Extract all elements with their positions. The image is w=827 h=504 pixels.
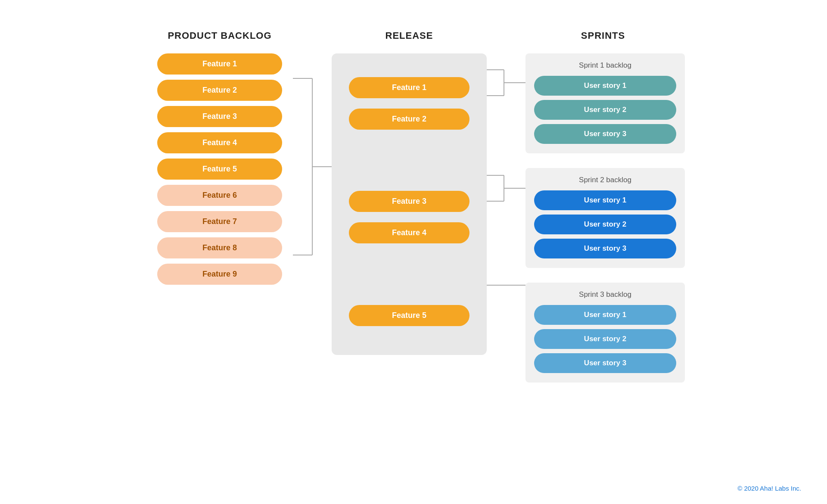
release-feature-pill: Feature 2 xyxy=(349,109,469,130)
sprint-title-0: Sprint 1 backlog xyxy=(534,61,676,70)
release-group-1: Feature 3Feature 4 xyxy=(340,182,478,257)
user-story-pill: User story 2 xyxy=(534,215,676,234)
release-feature-pill: Feature 5 xyxy=(349,305,469,326)
sprint-box-2: Sprint 3 backlogUser story 1User story 2… xyxy=(525,283,685,383)
backlog-feature-pill: Feature 1 xyxy=(157,53,282,75)
user-story-pill: User story 2 xyxy=(534,100,676,120)
user-story-pill: User story 1 xyxy=(534,190,676,210)
release-group-2: Feature 5 xyxy=(340,296,478,340)
user-story-pill: User story 1 xyxy=(534,305,676,325)
backlog-feature-pill: Feature 9 xyxy=(157,264,282,285)
user-story-pill: User story 3 xyxy=(534,353,676,373)
backlog-feature-pill: Feature 2 xyxy=(157,80,282,101)
product-backlog-column: PRODUCT BACKLOG Feature 1Feature 2Featur… xyxy=(146,30,293,290)
sprints-list: Sprint 1 backlogUser story 1User story 2… xyxy=(525,53,681,390)
backlog-feature-pill: Feature 5 xyxy=(157,159,282,180)
backlog-feature-pill: Feature 6 xyxy=(157,185,282,206)
backlog-feature-pill: Feature 3 xyxy=(157,106,282,127)
release-feature-pill: Feature 1 xyxy=(349,77,469,98)
backlog-feature-pill: Feature 4 xyxy=(157,132,282,153)
user-story-pill: User story 2 xyxy=(534,329,676,349)
release-feature-pill: Feature 3 xyxy=(349,191,469,212)
release-group-0: Feature 1Feature 2 xyxy=(340,68,478,143)
sprint-box-1: Sprint 2 backlogUser story 1User story 2… xyxy=(525,168,685,268)
release-sprint-connectors xyxy=(487,53,525,354)
user-story-pill: User story 1 xyxy=(534,76,676,96)
product-backlog-header: PRODUCT BACKLOG xyxy=(168,30,271,41)
connector-release-sprints xyxy=(487,53,525,354)
user-story-pill: User story 3 xyxy=(534,124,676,144)
release-list: Feature 1Feature 2Feature 3Feature 4Feat… xyxy=(332,53,487,355)
sprints-column: SPRINTS Sprint 1 backlogUser story 1User… xyxy=(525,30,681,390)
backlog-list: Feature 1Feature 2Feature 3Feature 4Feat… xyxy=(146,53,293,290)
release-column: RELEASE Feature 1Feature 2Feature 3Featu… xyxy=(332,30,487,355)
backlog-feature-pill: Feature 8 xyxy=(157,237,282,258)
user-story-pill: User story 3 xyxy=(534,239,676,258)
release-feature-pill: Feature 4 xyxy=(349,222,469,243)
brace-left-svg xyxy=(293,53,332,281)
footer-copyright: © 2020 Aha! Labs Inc. xyxy=(737,485,801,492)
sprints-header: SPRINTS xyxy=(581,30,625,41)
sprint-box-0: Sprint 1 backlogUser story 1User story 2… xyxy=(525,53,685,153)
release-header: RELEASE xyxy=(386,30,433,41)
sprint-title-2: Sprint 3 backlog xyxy=(534,290,676,299)
sprint-title-1: Sprint 2 backlog xyxy=(534,176,676,184)
connector-backlog-release xyxy=(293,53,332,281)
backlog-feature-pill: Feature 7 xyxy=(157,211,282,232)
